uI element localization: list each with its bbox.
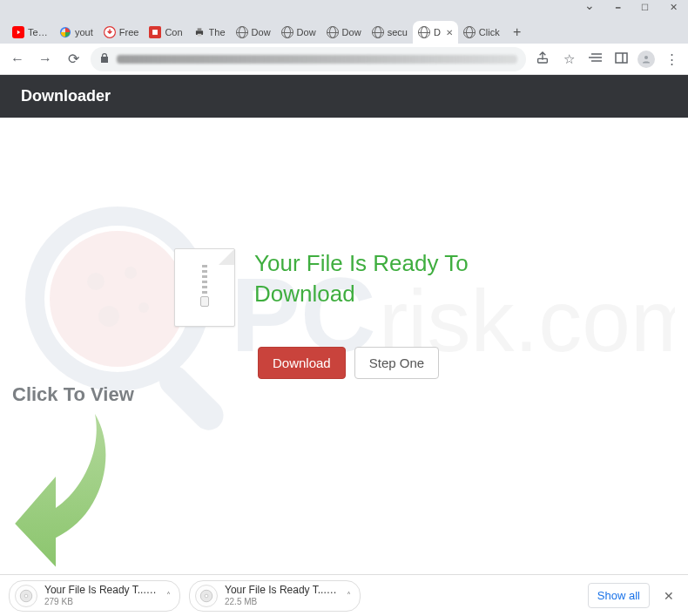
download-item[interactable]: Your File Is Ready T....iso 279 KB ˄: [9, 580, 180, 612]
browser-tab[interactable]: secu: [367, 21, 413, 44]
bookmark-star-icon[interactable]: ☆: [559, 51, 578, 67]
tab-title: Dow: [342, 27, 361, 37]
browser-tab[interactable]: Dow: [231, 21, 276, 44]
browser-tab[interactable]: Free: [98, 21, 145, 44]
browser-tab[interactable]: D✕: [413, 21, 458, 44]
address-bar[interactable]: [91, 47, 526, 71]
page-viewport: Downloader PC risk.com Your File Is Read…: [0, 75, 688, 574]
profile-avatar[interactable]: [637, 51, 655, 68]
download-item[interactable]: Your File Is Ready T....iso 22.5 MB ˄: [189, 580, 361, 612]
window-maximize-button[interactable]: [641, 1, 649, 13]
new-tab-button[interactable]: +: [505, 21, 529, 44]
step-one-button[interactable]: Step One: [354, 347, 439, 379]
tab-favicon-icon: [12, 26, 24, 38]
tab-favicon-icon: [327, 26, 339, 38]
tab-favicon-icon: [418, 26, 430, 38]
url-text: [117, 55, 517, 64]
tab-title: Tesla: [28, 27, 49, 37]
download-size: 279 KB: [44, 597, 158, 606]
svg-rect-7: [197, 34, 201, 37]
tab-title: yout: [75, 27, 93, 37]
browser-tab[interactable]: Click: [458, 21, 505, 44]
content-area: Your File Is Ready To Download: [0, 118, 688, 327]
tab-title: Dow: [252, 27, 271, 37]
tab-title: secu: [388, 27, 408, 37]
chevron-up-icon[interactable]: ˄: [347, 591, 351, 600]
tab-favicon-icon: [236, 26, 248, 38]
reader-icon[interactable]: [585, 51, 604, 66]
tab-favicon-icon: [59, 26, 71, 38]
tab-favicon-icon: [372, 26, 384, 38]
browser-tab[interactable]: The: [188, 21, 231, 44]
download-button[interactable]: Download: [258, 347, 346, 379]
show-all-downloads-button[interactable]: Show all: [588, 583, 650, 608]
kebab-menu-icon[interactable]: ⋮: [662, 51, 681, 67]
back-button[interactable]: ←: [7, 49, 28, 70]
svg-rect-4: [153, 30, 159, 35]
tab-title: D: [434, 27, 441, 37]
reload-button[interactable]: ⟳: [63, 49, 84, 70]
forward-button[interactable]: →: [35, 49, 56, 70]
downloads-bar: Your File Is Ready T....iso 279 KB ˄ You…: [0, 574, 688, 616]
download-filename: Your File Is Ready T....iso: [44, 585, 158, 596]
download-filename: Your File Is Ready T....iso: [225, 585, 338, 596]
disc-file-icon: [15, 585, 37, 607]
window-close-button[interactable]: [670, 1, 678, 13]
svg-point-25: [24, 594, 28, 598]
browser-toolbar: ← → ⟳ ☆ ⋮: [0, 44, 688, 75]
tab-title: Dow: [297, 27, 316, 37]
chevron-up-icon[interactable]: ˄: [166, 591, 171, 600]
action-buttons: Download Step One: [258, 347, 439, 379]
site-header: Downloader: [0, 75, 688, 118]
browser-tab[interactable]: yout: [54, 21, 98, 44]
tab-title: Con: [165, 27, 182, 37]
close-downloads-bar-button[interactable]: ✕: [658, 589, 679, 603]
browser-tab[interactable]: Dow: [321, 21, 367, 44]
tab-favicon-icon: [281, 26, 293, 38]
browser-tab[interactable]: Con: [144, 21, 187, 44]
browser-tab[interactable]: Dow: [276, 21, 321, 44]
page-heading: Your File Is Ready To Download: [254, 248, 481, 309]
svg-point-14: [644, 56, 648, 59]
svg-rect-12: [616, 53, 627, 63]
disc-file-icon: [195, 585, 218, 607]
svg-rect-21: [153, 360, 230, 437]
tab-close-icon[interactable]: ✕: [446, 28, 453, 37]
share-icon[interactable]: [533, 51, 552, 67]
click-to-view-label: Click To View: [12, 383, 134, 406]
tab-strip: TeslayoutFreeConTheDowDowDowsecuD✕Click+: [0, 14, 688, 44]
tab-favicon-icon: [193, 26, 206, 38]
tab-favicon-icon: [104, 26, 116, 38]
side-panel-icon[interactable]: [611, 51, 631, 66]
browser-tab[interactable]: Tesla: [7, 21, 54, 44]
tab-title: Free: [119, 27, 139, 37]
tab-favicon-icon: [149, 26, 161, 38]
down-arrow-icon: [9, 406, 122, 574]
download-size: 22.5 MB: [225, 597, 338, 606]
chevron-down-icon[interactable]: [584, 0, 595, 14]
tab-title: Click: [479, 27, 500, 37]
tab-favicon-icon: [463, 26, 476, 38]
lock-icon: [99, 51, 110, 67]
zip-file-icon: [174, 248, 235, 327]
tab-title: The: [209, 27, 226, 37]
window-controls: [0, 0, 688, 14]
svg-point-27: [205, 594, 208, 598]
svg-rect-6: [197, 28, 201, 30]
window-minimize-button[interactable]: [616, 1, 620, 13]
browser-chrome: TeslayoutFreeConTheDowDowDowsecuD✕Click+: [0, 0, 688, 44]
